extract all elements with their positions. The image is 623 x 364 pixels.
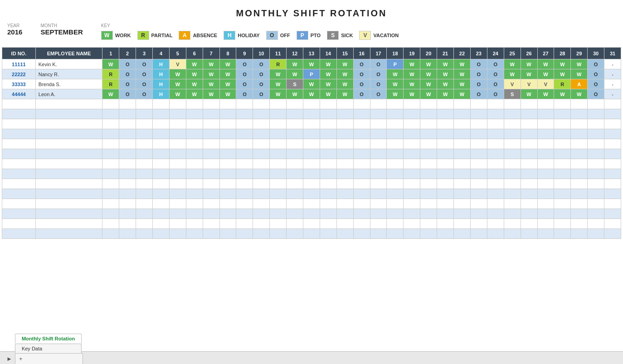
col-day-26: 26: [521, 48, 537, 59]
empty-cell-10-17: [387, 199, 404, 209]
empty-cell-0-13: [320, 99, 336, 109]
empty-name-1: [35, 109, 102, 119]
empty-cell-9-9: [253, 189, 270, 199]
key-box-s: S: [327, 31, 339, 40]
empty-cell-12-20: [437, 219, 454, 229]
empty-cell-8-2: [136, 179, 153, 189]
empty-cell-11-1: [119, 209, 136, 219]
empty-cell-2-29: [588, 119, 604, 129]
page-title: MONTHLY SHIFT ROTATION: [7, 4, 616, 22]
cell-11111-day-10: O: [253, 59, 270, 69]
cell-22222-day-13: P: [303, 69, 320, 79]
cell-33333-day-6: W: [186, 79, 203, 89]
cell-33333-day-9: O: [236, 79, 253, 89]
cell-11111-day-24: O: [487, 59, 504, 69]
empty-cell-13-19: [420, 229, 437, 239]
empty-cell-11-23: [487, 209, 504, 219]
empty-cell-6-18: [404, 159, 420, 169]
col-day-11: 11: [270, 48, 287, 59]
empty-cell-7-8: [236, 169, 253, 179]
empty-cell-5-5: [186, 149, 203, 159]
empty-cell-0-1: [119, 99, 136, 109]
cell-11111-day-16: O: [353, 59, 370, 69]
empty-cell-10-0: [102, 199, 119, 209]
empty-cell-2-5: [186, 119, 203, 129]
key-text-v: VACATION: [373, 33, 399, 38]
cell-44444-day-14: W: [320, 89, 336, 99]
key-item-r: RPARTIAL: [137, 31, 173, 40]
empty-cell-1-26: [537, 109, 554, 119]
empty-cell-13-23: [487, 229, 504, 239]
tab-nav-left[interactable]: ►: [4, 354, 15, 364]
empty-cell-5-16: [370, 149, 387, 159]
top-area: MONTHLY SHIFT ROTATION YEAR 2016 MONTH S…: [0, 0, 623, 47]
empty-cell-11-25: [521, 209, 537, 219]
key-box-p: P: [297, 31, 308, 40]
tab-add-button[interactable]: +: [15, 353, 83, 364]
empty-id-12: [2, 219, 36, 229]
bottom-tabs: ► Monthly Shift RotationKey Data+: [0, 351, 623, 364]
empty-cell-7-14: [336, 169, 353, 179]
cell-22222-day-1: R: [102, 69, 119, 79]
empty-cell-3-19: [420, 129, 437, 139]
empty-cell-6-10: [270, 159, 287, 169]
cell-33333-day-28: R: [554, 79, 571, 89]
empty-cell-12-22: [470, 219, 487, 229]
empty-cell-4-0: [102, 139, 119, 149]
cell-11111-day-19: W: [404, 59, 420, 69]
empty-cell-13-8: [236, 229, 253, 239]
empty-cell-0-0: [102, 99, 119, 109]
empty-cell-6-28: [571, 159, 588, 169]
empty-cell-12-7: [219, 219, 236, 229]
key-item-v: VVACATION: [359, 31, 399, 40]
empty-cell-8-4: [169, 179, 186, 189]
empty-cell-11-14: [336, 209, 353, 219]
empty-cell-4-19: [420, 139, 437, 149]
empty-cell-11-18: [404, 209, 420, 219]
empty-cell-1-9: [253, 109, 270, 119]
empty-cell-1-3: [153, 109, 170, 119]
empty-cell-11-7: [219, 209, 236, 219]
empty-cell-11-27: [554, 209, 571, 219]
cell-33333-day-4: H: [153, 79, 170, 89]
col-id: ID NO.: [2, 48, 36, 59]
empty-cell-0-20: [437, 99, 454, 109]
empty-cell-0-21: [454, 99, 471, 109]
empty-cell-8-15: [353, 179, 370, 189]
cell-11111-day-15: W: [336, 59, 353, 69]
col-day-19: 19: [404, 48, 420, 59]
empty-cell-2-1: [119, 119, 136, 129]
empty-cell-5-18: [404, 149, 420, 159]
key-label: KEY: [101, 23, 399, 28]
col-day-1: 1: [102, 48, 119, 59]
empty-cell-4-30: [604, 139, 621, 149]
tab-monthly-shift-rotation[interactable]: Monthly Shift Rotation: [15, 334, 82, 344]
empty-cell-1-2: [136, 109, 153, 119]
table-body: 11111Kevin K.WOOHVWWWOORWWWWOOPWWWWOOWWW…: [2, 59, 621, 239]
empty-cell-6-6: [203, 159, 219, 169]
empty-cell-13-11: [287, 229, 303, 239]
empty-cell-3-16: [370, 129, 387, 139]
col-day-17: 17: [370, 48, 387, 59]
tab-key-data[interactable]: Key Data: [15, 344, 82, 353]
employee-row-33333: 33333Brenda S.ROOHWWWWOOWSWWWOOWWWWWOOVV…: [2, 79, 621, 89]
empty-cell-1-16: [370, 109, 387, 119]
key-item-w: WWORK: [101, 31, 131, 40]
empty-cell-9-6: [203, 189, 219, 199]
empty-cell-1-13: [320, 109, 336, 119]
empty-cell-2-4: [169, 119, 186, 129]
header-row: ID NO. EMPLOYEE NAME 1234567891011121314…: [2, 48, 621, 59]
empty-cell-11-12: [303, 209, 320, 219]
empty-cell-3-6: [203, 129, 219, 139]
cell-33333-day-17: O: [370, 79, 387, 89]
col-day-29: 29: [571, 48, 588, 59]
empty-cell-8-0: [102, 179, 119, 189]
empty-cell-6-7: [219, 159, 236, 169]
empty-cell-2-30: [604, 119, 621, 129]
empty-cell-2-22: [470, 119, 487, 129]
empty-cell-7-7: [219, 169, 236, 179]
col-day-5: 5: [169, 48, 186, 59]
empty-row-1: [2, 109, 621, 119]
empty-cell-13-12: [303, 229, 320, 239]
key-text-a: ABSENCE: [193, 33, 217, 38]
